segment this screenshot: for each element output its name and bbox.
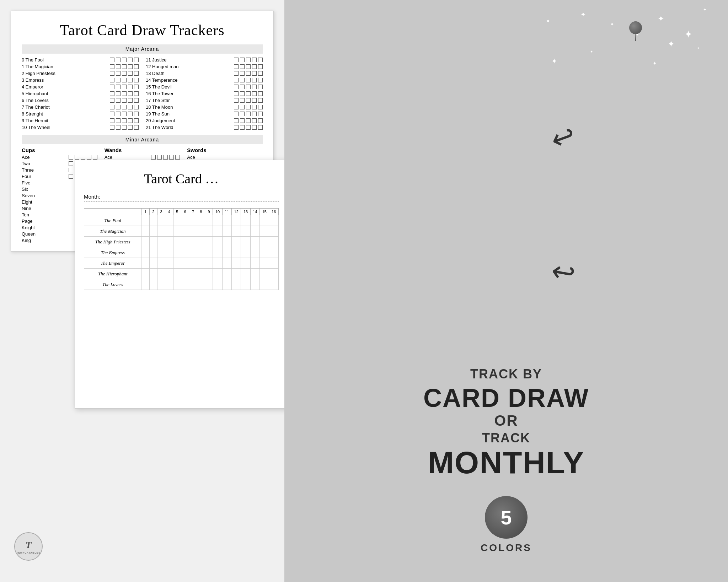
star-decoration: ✦ [610,21,614,27]
star-decoration: ✦ [703,7,707,12]
arcana-item: 6 The Lovers [22,98,139,103]
arcana-item: 3 Empress [22,77,139,83]
tracker-grid: 1 2 3 4 5 6 7 8 9 10 11 12 13 14 [84,208,279,290]
wands-title: Wands [105,147,180,153]
arcana-item: 17 The Star [146,98,263,103]
logo: T TEMPLATABLES [14,532,43,561]
pin-needle [635,34,636,41]
cups-title: Cups [22,147,97,153]
colors-section: 5 COLORS [306,496,707,554]
arrow-card-draw: ↪ [546,118,580,157]
star-decoration: ✦ [546,18,550,25]
arcana-item: 8 Strenght [22,111,139,117]
month-line: Month: [84,194,279,202]
arcana-item: 19 The Sun [146,111,263,117]
swords-title: Swords [187,147,263,153]
star-decoration: ✦ [668,39,675,49]
major-arcana-right-col: 11 Justice 12 Hanged man [146,57,263,131]
star-decoration: ✦ [697,46,700,50]
minor-item: Ace [105,155,180,160]
minor-arcana-header: Minor Arcana [22,135,263,144]
tracker-row: The Empress [84,247,279,258]
logo-letter: T [25,539,31,551]
tracker-row: The Hierophant [84,269,279,279]
star-decoration: ✦ [658,14,664,23]
track-label: TRACK [306,431,707,446]
right-panel: ✦ ✦ ✦ ✦ ✦ ✦ ✦ ✦ ✦ ✦ ✦ ✦ ↪ ↪ TRACK BY CAR… [284,0,728,582]
arcana-item: 9 The Hermit [22,118,139,123]
tracker-row: The Lovers [84,279,279,290]
doc-bottom-title: Tarot Card … [84,171,279,187]
arcana-item: 12 Hanged man [146,64,263,69]
card-draw-label: CARD DRAW [306,385,707,411]
tracker-row: The High Priestess [84,237,279,247]
doc-top-title: Tarot Card Draw Trackers [22,22,263,39]
arrow-monthly: ↪ [548,254,578,291]
logo-text: TEMPLATABLES [16,551,41,554]
arcana-item: 2 High Priestess [22,71,139,76]
tracker-row: The Magician [84,226,279,237]
star-decoration: ✦ [590,50,593,54]
major-arcana-grid: 0 The Fool 1 The Magician [22,57,263,131]
doc-bottom: Tarot Card … Month: 1 2 3 4 5 6 7 8 [75,160,284,409]
minor-item: Ace [187,155,263,160]
major-arcana-left-col: 0 The Fool 1 The Magician [22,57,139,131]
arcana-item: 20 Judgement [146,118,263,123]
star-decoration: ✦ [684,28,692,40]
star-decoration: ✦ [653,60,657,66]
tracker-row: The Fool [84,215,279,226]
arcana-item: 1 The Magician [22,64,139,69]
arcana-item: 4 Emperor [22,84,139,90]
or-label: OR [306,412,707,429]
arcana-item: 7 The Chariot [22,104,139,110]
right-text-content: TRACK BY CARD DRAW OR TRACK MONTHLY 5 CO… [306,367,707,554]
monthly-label: MONTHLY [306,447,707,478]
tracker-table: 1 2 3 4 5 6 7 8 9 10 11 12 13 14 [84,208,279,290]
arcana-item: 0 The Fool [22,57,139,63]
colors-text: COLORS [481,542,532,554]
arcana-item: 16 The Tower [146,91,263,96]
star-decoration: ✦ [551,57,557,65]
major-arcana-header: Major Arcana [22,44,263,54]
colors-circle: 5 [485,496,528,539]
tracker-row: The Emperor [84,258,279,269]
arcana-item: 13 Death [146,71,263,76]
track-by-label: TRACK BY [306,367,707,382]
arcana-item: 11 Justice [146,57,263,63]
colors-number: 5 [500,506,512,529]
left-panel: Tarot Card Draw Trackers Major Arcana 0 … [0,0,284,582]
arcana-item: 21 The World [146,125,263,130]
pin-head [629,21,642,34]
arcana-item: 14 Temperance [146,77,263,83]
arcana-item: 18 The Moon [146,104,263,110]
arcana-item: 10 The Wheel [22,125,139,130]
star-decoration: ✦ [580,11,586,18]
pushpin [628,21,643,41]
arcana-item: 5 Hierophant [22,91,139,96]
arcana-item: 15 The Devil [146,84,263,90]
minor-item: Ace [22,155,97,160]
